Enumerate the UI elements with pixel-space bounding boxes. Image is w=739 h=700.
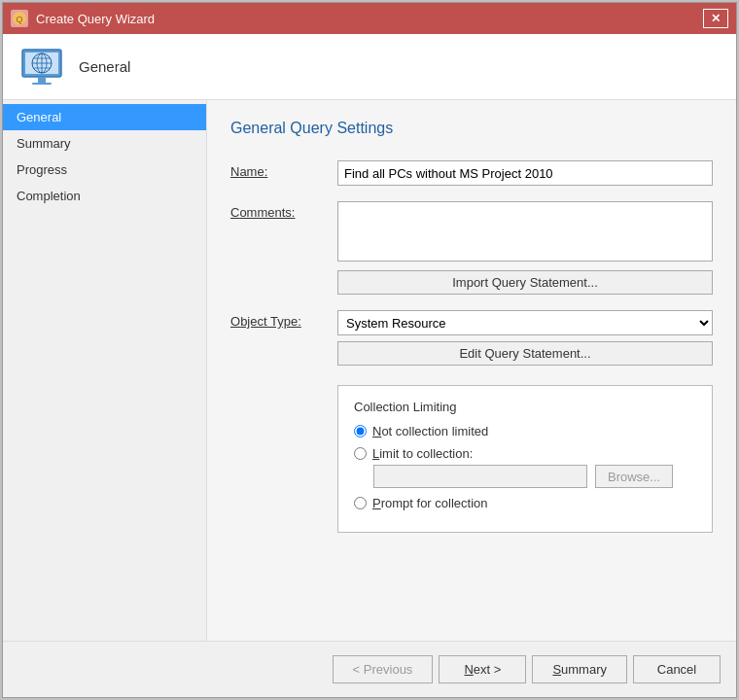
name-input[interactable] — [337, 160, 713, 186]
svg-text:Q: Q — [16, 15, 22, 24]
browse-button: Browse... — [595, 465, 673, 488]
header-title: General — [79, 58, 130, 75]
sidebar-item-summary[interactable]: Summary — [3, 130, 206, 157]
comments-textarea[interactable] — [337, 201, 713, 262]
collection-control: Collection Limiting Not collection limit… — [337, 381, 713, 533]
footer: < Previous Next > Summary Cancel — [3, 641, 736, 697]
limit-collection-controls: Browse... — [373, 465, 696, 488]
name-label: Name: — [230, 160, 337, 179]
radio-limit-row: Limit to collection: — [354, 446, 696, 461]
svg-rect-5 — [32, 83, 52, 85]
radio-limit-label: Limit to collection: — [372, 446, 473, 461]
edit-query-button[interactable]: Edit Query Statement... — [337, 341, 713, 366]
collection-spacer — [230, 381, 337, 385]
object-type-row: Object Type: System Resource User Resour… — [230, 310, 713, 366]
sidebar-item-progress[interactable]: Progress — [3, 157, 206, 183]
sidebar-item-general[interactable]: General — [3, 104, 206, 130]
radio-prompt-label: Prompt for collection — [372, 496, 488, 510]
sidebar: General Summary Progress Completion — [3, 100, 207, 641]
main-panel: General Query Settings Name: Comments: I… — [207, 100, 736, 641]
import-query-button[interactable]: Import Query Statement... — [337, 270, 713, 295]
radio-limit[interactable] — [354, 447, 367, 460]
title-bar-left: Q Create Query Wizard — [11, 10, 155, 27]
object-type-label: Object Type: — [230, 310, 337, 329]
app-icon: Q — [11, 10, 28, 27]
sidebar-item-completion[interactable]: Completion — [3, 183, 206, 209]
main-title: General Query Settings — [230, 120, 713, 137]
name-row: Name: — [230, 160, 713, 186]
object-type-control: System Resource User Resource Device Res… — [337, 310, 713, 366]
window-title: Create Query Wizard — [36, 12, 155, 26]
radio-prompt-row: Prompt for collection — [354, 496, 696, 510]
previous-button: < Previous — [333, 655, 434, 683]
radio-not-limited-label: Not collection limited — [372, 424, 488, 438]
content-area: General Summary Progress Completion Gene… — [3, 100, 736, 641]
summary-button[interactable]: Summary — [532, 655, 627, 683]
comments-label: Comments: — [230, 201, 337, 220]
header-bar: General — [3, 34, 736, 100]
next-button[interactable]: Next > — [439, 655, 526, 683]
collection-title: Collection Limiting — [354, 400, 696, 414]
title-bar: Q Create Query Wizard ✕ — [3, 3, 736, 34]
radio-not-limited[interactable] — [354, 425, 367, 438]
header-icon — [18, 44, 65, 90]
close-button[interactable]: ✕ — [703, 9, 728, 28]
radio-not-limited-row: Not collection limited — [354, 424, 696, 438]
name-control — [337, 160, 713, 186]
collection-limiting-row: Collection Limiting Not collection limit… — [230, 381, 713, 533]
collection-limiting-box: Collection Limiting Not collection limit… — [337, 385, 713, 533]
comments-control: Import Query Statement... — [337, 201, 713, 295]
radio-prompt[interactable] — [354, 497, 367, 509]
comments-row: Comments: Import Query Statement... — [230, 201, 713, 295]
window: Q Create Query Wizard ✕ — [2, 2, 737, 698]
svg-rect-4 — [38, 77, 46, 83]
object-type-select[interactable]: System Resource User Resource Device Res… — [337, 310, 713, 335]
collection-input — [373, 465, 587, 488]
cancel-button[interactable]: Cancel — [633, 655, 721, 683]
